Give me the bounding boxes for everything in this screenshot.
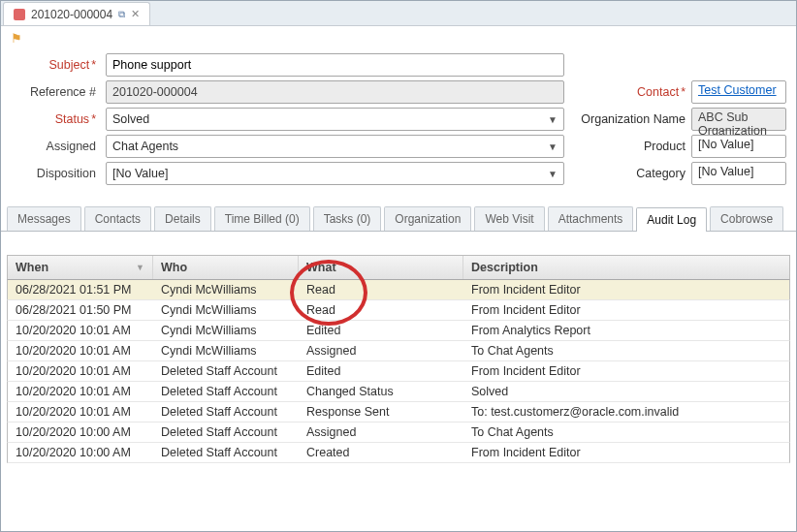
cell: To Chat Agents [463, 422, 789, 442]
status-select[interactable]: Solved ▼ [106, 108, 564, 131]
disposition-value: [No Value] [112, 167, 168, 180]
cell: Read [299, 280, 463, 299]
label-contact: Contact [579, 85, 685, 99]
cell: Cyndi McWilliams [153, 280, 299, 299]
cell: 06/28/2021 01:50 PM [8, 300, 153, 320]
flag-icon[interactable]: ⚑ [11, 31, 22, 46]
table-row[interactable]: 10/20/2020 10:01 AMCyndi McWilliamsAssig… [7, 341, 790, 361]
tab-time-billed-0[interactable]: Time Billed (0) [214, 206, 310, 231]
table-row[interactable]: 10/20/2020 10:01 AMDeleted Staff Account… [7, 402, 790, 422]
table-row[interactable]: 10/20/2020 10:00 AMDeleted Staff Account… [7, 422, 790, 443]
grid-header: When ▼ Who What Description [7, 255, 790, 280]
chevron-down-icon: ▼ [542, 114, 558, 125]
cell: Solved [463, 382, 789, 401]
tab-cobrowse[interactable]: Cobrowse [710, 206, 783, 231]
cell: Deleted Staff Account [153, 361, 299, 381]
label-status: Status [11, 112, 100, 126]
cell: Assigned [299, 422, 463, 442]
cell: Response Sent [299, 402, 463, 422]
cell: Read [299, 300, 463, 320]
label-product: Product [579, 140, 685, 153]
table-row[interactable]: 10/20/2020 10:01 AMCyndi McWilliamsEdite… [7, 321, 790, 341]
label-assigned: Assigned [11, 140, 100, 153]
cell: From Incident Editor [463, 443, 789, 462]
cell: Cyndi McWilliams [153, 341, 299, 360]
subject-input[interactable] [106, 53, 564, 77]
cell: Edited [299, 321, 463, 340]
cell: 10/20/2020 10:01 AM [8, 361, 153, 381]
disposition-select[interactable]: [No Value] ▼ [106, 162, 564, 185]
cell: Changed Status [299, 382, 463, 401]
cell: Deleted Staff Account [153, 402, 299, 422]
cell: From Analytics Report [463, 321, 789, 340]
table-row[interactable]: 10/20/2020 10:01 AMDeleted Staff Account… [7, 361, 790, 382]
tab-audit-log[interactable]: Audit Log [636, 207, 707, 232]
window-tab[interactable]: 201020-000004 ⧉ ✕ [3, 2, 150, 25]
status-value: Solved [112, 112, 149, 126]
cell: Edited [299, 361, 463, 381]
label-subject: Subject [11, 58, 100, 72]
app-window: 201020-000004 ⧉ ✕ ⚑ Subject Reference # … [0, 0, 797, 532]
audit-grid-wrap: When ▼ Who What Description 06/28/2021 0… [1, 255, 796, 463]
cell: Deleted Staff Account [153, 422, 299, 442]
assigned-value: Chat Agents [112, 140, 178, 153]
close-icon[interactable]: ✕ [131, 8, 140, 20]
cell: 10/20/2020 10:01 AM [8, 321, 153, 340]
table-row[interactable]: 10/20/2020 10:00 AMDeleted Staff Account… [7, 443, 790, 463]
tab-web-visit[interactable]: Web Visit [474, 206, 544, 231]
window-tab-title: 201020-000004 [31, 8, 112, 21]
cell: Assigned [299, 341, 463, 360]
label-category: Category [579, 167, 685, 180]
table-row[interactable]: 06/28/2021 01:51 PMCyndi McWilliamsReadF… [7, 280, 790, 300]
tab-organization[interactable]: Organization [384, 206, 471, 231]
cell: 10/20/2020 10:01 AM [8, 382, 153, 401]
tab-attachments[interactable]: Attachments [548, 206, 634, 231]
cell: To: test.customerz@oracle.com.invalid [463, 402, 789, 422]
cell: 10/20/2020 10:01 AM [8, 402, 153, 422]
form-area: Subject Reference # Contact Test Custome… [1, 49, 796, 199]
tab-tasks-0[interactable]: Tasks (0) [313, 206, 382, 231]
label-disposition: Disposition [11, 167, 100, 180]
cell: Created [299, 443, 463, 462]
category-input[interactable]: [No Value] [691, 162, 786, 185]
label-reference: Reference # [11, 85, 100, 99]
record-icon [14, 9, 25, 20]
col-what[interactable]: What [299, 256, 463, 279]
chevron-down-icon: ▼ [542, 141, 558, 152]
col-desc-label: Description [471, 261, 538, 274]
label-org: Organization Name [579, 112, 685, 126]
flag-bar: ⚑ [1, 26, 796, 49]
col-what-label: What [306, 261, 336, 274]
cell: 10/20/2020 10:01 AM [8, 341, 153, 360]
cell: To Chat Agents [463, 341, 789, 360]
org-input: ABC Sub Organization [691, 108, 786, 131]
tab-strip: MessagesContactsDetailsTime Billed (0)Ta… [1, 203, 796, 232]
window-tab-strip: 201020-000004 ⧉ ✕ [1, 1, 796, 26]
col-who[interactable]: Who [153, 256, 299, 279]
col-desc[interactable]: Description [463, 256, 789, 279]
cell: Cyndi McWilliams [153, 300, 299, 320]
chevron-down-icon: ▼ [542, 169, 558, 179]
grid-body: 06/28/2021 01:51 PMCyndi McWilliamsReadF… [7, 280, 790, 463]
col-who-label: Who [161, 261, 187, 274]
cell: 10/20/2020 10:00 AM [8, 422, 153, 442]
contact-link[interactable]: Test Customer [691, 80, 786, 104]
cell: Cyndi McWilliams [153, 321, 299, 340]
cell: From Incident Editor [463, 361, 789, 381]
tab-messages[interactable]: Messages [7, 206, 81, 231]
table-row[interactable]: 10/20/2020 10:01 AMDeleted Staff Account… [7, 382, 790, 402]
assigned-select[interactable]: Chat Agents ▼ [106, 135, 564, 158]
popout-icon[interactable]: ⧉ [118, 9, 125, 20]
cell: From Incident Editor [463, 300, 789, 320]
col-when[interactable]: When ▼ [8, 256, 153, 279]
cell: From Incident Editor [463, 280, 789, 299]
cell: 10/20/2020 10:00 AM [8, 443, 153, 462]
product-input[interactable]: [No Value] [691, 135, 786, 158]
reference-input [106, 80, 564, 104]
col-when-label: When [16, 261, 48, 274]
tab-details[interactable]: Details [154, 206, 211, 231]
cell: 06/28/2021 01:51 PM [8, 280, 153, 299]
table-row[interactable]: 06/28/2021 01:50 PMCyndi McWilliamsReadF… [7, 300, 790, 321]
tab-contacts[interactable]: Contacts [84, 206, 151, 231]
sort-desc-icon: ▼ [136, 263, 144, 272]
